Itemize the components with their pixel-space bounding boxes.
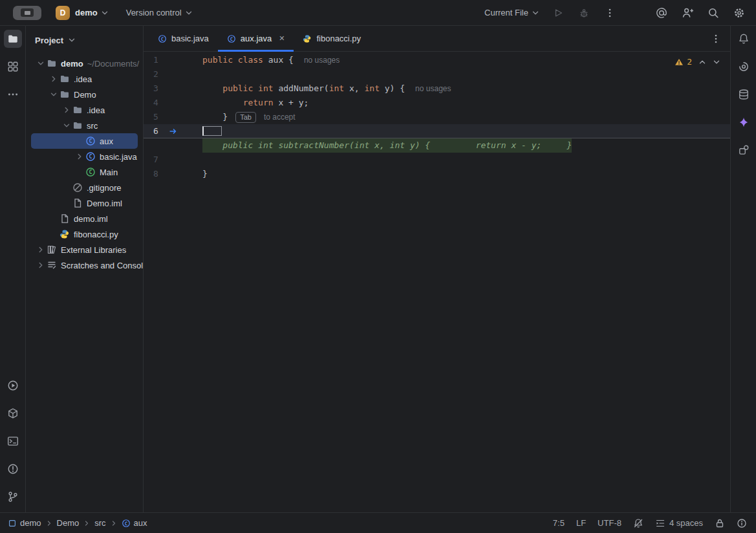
code-line-current[interactable]: 6 [144,124,730,138]
chevron-down-icon[interactable] [184,8,193,17]
tree-item-basic-java[interactable]: basic.java [26,149,143,164]
project-avatar[interactable]: D [56,6,70,20]
ignored-file-icon [72,182,83,193]
title-bar: D demo Version control Current File [0,0,756,26]
settings-button[interactable] [730,4,748,22]
tree-item-aux-selected[interactable]: aux [31,133,138,149]
code-line[interactable]: 5 }Tabto accept [144,110,730,124]
tree-item-fibonacci-py[interactable]: fibonacci.py [26,226,143,242]
tab-fibonacci-py[interactable]: fibonacci.py [294,26,370,52]
prev-problem-icon[interactable] [698,58,707,67]
tool-terminal-button[interactable] [4,432,22,450]
search-everywhere-button[interactable] [704,4,722,22]
line-number[interactable]: 5 [144,110,202,124]
tree-item-gitignore[interactable]: .gitignore [26,180,143,195]
tree-item-demo-iml-root[interactable]: demo.iml [26,211,143,226]
chevron-right-icon[interactable] [35,261,47,270]
warning-count: 2 [687,57,692,67]
more-tool-windows-button[interactable] [4,85,22,103]
window-controls-pill[interactable] [13,6,41,20]
encoding-widget[interactable]: UTF-8 [598,518,621,528]
tree-item-src[interactable]: src [26,118,143,133]
tree-item-idea-inner[interactable]: .idea [26,102,143,118]
tree-item-external-libraries[interactable]: External Libraries [26,242,143,257]
line-number[interactable]: 2 [144,67,202,82]
tab-options-icon[interactable] [711,34,721,44]
breadcrumb-item-aux[interactable]: aux [122,518,147,528]
tool-build-button[interactable] [4,404,22,422]
chevron-right-icon[interactable] [48,74,59,83]
module-icon [8,519,17,528]
line-number[interactable]: 4 [144,96,202,110]
more-actions-button[interactable] [601,4,619,22]
package-icon [7,408,19,419]
tab-aux-java[interactable]: aux.java ✕ [218,26,294,52]
run-configuration-label: Current File [484,8,528,17]
ai-assistant-tool-button[interactable] [735,58,753,76]
ide-messages-button[interactable] [737,518,747,528]
tab-basic-java[interactable]: basic.java [149,26,218,52]
debug-button[interactable] [575,4,593,22]
tree-item-scratches[interactable]: Scratches and Consoles [26,257,143,273]
vcs-widget[interactable]: Version control [126,8,182,17]
chevron-down-icon[interactable] [48,90,59,99]
code-line-suggestion[interactable]: public int subtractNumber(int x, int y) … [144,138,730,153]
java-class-icon [85,136,96,146]
code-line[interactable]: 2 [144,67,730,82]
tree-item-idea[interactable]: .idea [26,71,143,87]
line-number[interactable]: 7 [144,153,202,167]
line-number[interactable]: 1 [144,53,202,67]
run-button[interactable] [549,4,567,22]
code-with-me-button[interactable] [678,4,697,22]
database-tool-button[interactable] [735,85,753,103]
next-problem-icon[interactable] [712,58,721,67]
line-number[interactable]: 8 [144,167,202,181]
line-number[interactable]: 6 [144,124,202,138]
tool-run-button[interactable] [4,376,22,395]
tree-item-demo-folder[interactable]: Demo [26,87,143,102]
project-switcher[interactable]: demo [75,8,98,17]
readonly-toggle-button[interactable] [715,518,725,528]
code-line[interactable]: 1 public class aux {no usages [144,53,730,67]
close-icon[interactable]: ✕ [279,35,285,42]
tool-project-button[interactable] [4,30,22,48]
caret-position-widget[interactable]: 7:5 [553,518,565,528]
tool-structure-button[interactable] [4,58,22,76]
folder-icon [7,33,19,45]
code-editor[interactable]: 2 1 public class aux {no usages 2 [144,52,730,512]
ai-assistant-button[interactable] [653,4,671,22]
chevron-right-icon[interactable] [74,152,85,161]
chevron-right-icon[interactable] [35,245,47,254]
notifications-muted-button[interactable] [633,518,643,528]
tool-git-button[interactable] [4,488,22,506]
run-configuration-selector[interactable]: Current File [484,8,540,17]
tree-item-label: External Libraries [61,245,126,255]
breadcrumb-item-src[interactable]: src [94,518,105,528]
arrow-right-icon [169,127,178,136]
breadcrumb-item-Demo[interactable]: Demo [57,518,80,528]
gemini-tool-button[interactable] [735,113,753,131]
tree-item-demo-iml[interactable]: Demo.iml [26,195,143,211]
java-class-icon [85,167,96,177]
tree-item-demo-root[interactable]: demo ~/Documents/ [26,56,143,71]
code-line[interactable]: 3 public int addNumber(int x, int y) {no… [144,82,730,96]
notifications-button[interactable] [735,30,753,48]
indent-icon [655,518,665,528]
chevron-down-icon[interactable] [61,121,72,130]
code-line[interactable]: 4 return x + y; [144,96,730,110]
warnings-button[interactable]: 2 [675,57,692,67]
chevron-right-icon [45,519,53,527]
project-panel-header[interactable]: Project [26,26,143,54]
indent-widget[interactable]: 4 spaces [655,518,703,528]
line-number[interactable]: 3 [144,82,202,96]
chevron-down-icon[interactable] [35,59,47,68]
plugins-tool-button[interactable] [735,141,753,159]
line-separator-widget[interactable]: LF [576,518,586,528]
code-line[interactable]: 7 [144,153,730,167]
code-line[interactable]: 8 } [144,167,730,181]
tool-problems-button[interactable] [4,460,22,478]
tree-item-main[interactable]: Main [26,164,143,180]
chevron-down-icon[interactable] [100,8,109,17]
breadcrumb-item-demo[interactable]: demo [8,518,41,528]
chevron-right-icon[interactable] [61,105,72,114]
